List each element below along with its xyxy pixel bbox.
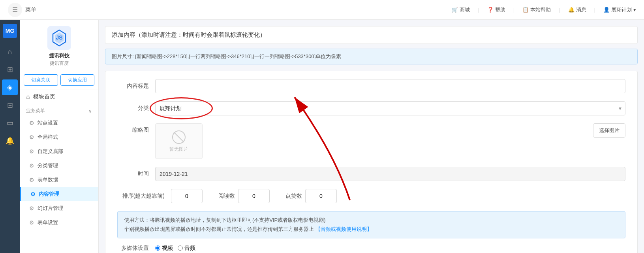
sidebar-item-form-settings[interactable]: ⚙ 表单设置 — [20, 215, 98, 230]
select-image-button[interactable]: 选择图片 — [593, 123, 625, 138]
radio-video[interactable]: 视频 — [155, 245, 173, 252]
help-nav[interactable]: ❓ 帮助 — [487, 6, 505, 13]
site-help-icon: 📋 — [522, 7, 529, 13]
sidebar-item-category[interactable]: ⚙ 分类管理 — [20, 159, 98, 173]
sidebar-site-name: 捷讯百度 — [50, 60, 69, 67]
sidebar: JS 捷讯科技 捷讯百度 切换关联 切换应用 ⌂ 模块首页 业务菜单 ∨ ⚙ 站… — [20, 20, 99, 253]
app-logo: MG — [3, 24, 17, 38]
video-info-line2: 个别视频播放出现黑屏或播放时间不对都属正常情况，还是推荐传到第三方服务器上 【音… — [124, 225, 619, 234]
title-input[interactable] — [155, 79, 625, 93]
sort-label: 排序(越大越靠前) — [117, 193, 165, 200]
category-select-wrapper: 展翔计划 默认分类 ▾ — [155, 101, 625, 115]
form-section: 内容标题 分类 展翔计划 默认分类 ▾ — [105, 71, 638, 253]
sidebar-item-home[interactable]: ⌂ 模块首页 — [20, 89, 98, 104]
nav-right: 🛒 商城 | ❓ 帮助 | 📋 本站帮助 | 🔔 消息 | 👤 展翔计划 ▾ — [452, 6, 636, 13]
radio-audio[interactable]: 音频 — [178, 245, 195, 252]
menu-label: 菜单 — [25, 6, 36, 13]
icon-bar: MG ⌂ ⊞ ◈ ⊟ ▭ 🔔 — [0, 20, 20, 253]
sidebar-btn-row: 切换关联 切换应用 — [20, 71, 98, 89]
sidebar-logo-area: JS 捷讯科技 捷讯百度 — [20, 20, 98, 71]
box-bar-icon[interactable]: ◈ — [2, 79, 18, 95]
switch-link-button[interactable]: 切换关联 — [24, 74, 58, 86]
gear-icon-3: ⚙ — [29, 162, 34, 169]
nav-left: ☰ 菜单 — [8, 3, 36, 17]
category-select[interactable]: 展翔计划 默认分类 — [155, 101, 625, 115]
help-icon: ❓ — [487, 7, 494, 13]
shop-icon: 🛒 — [452, 7, 458, 13]
sidebar-item-custom-footer[interactable]: ⚙ 自定义底部 — [20, 144, 98, 159]
page-header: 添加内容（添加时请注意：时间有时会跟着鼠标滚轮变化） — [105, 26, 638, 44]
media-radio-group: 视频 音频 — [155, 245, 195, 252]
video-link[interactable]: 【音频或视频使用说明】 — [315, 226, 372, 232]
thumbnail-row: 缩略图 暂无图片 选择图片 — [117, 123, 625, 159]
sidebar-item-content-mgmt[interactable]: ⚙ 内容管理 — [20, 187, 98, 201]
sidebar-section-title: 业务菜单 ∨ — [20, 104, 98, 116]
title-label: 内容标题 — [117, 83, 149, 90]
thumbnail-placeholder-text: 暂无图片 — [169, 146, 188, 153]
time-label: 时间 — [117, 170, 149, 177]
bell-bar-icon[interactable]: 🔔 — [2, 133, 18, 149]
info-bar: 图片尺寸: [新闻缩略图->228*150],[一行两列缩略图->346*210… — [105, 49, 638, 64]
svg-line-4 — [174, 132, 184, 142]
content-inner: 添加内容（添加时请注意：时间有时会跟着鼠标滚轮变化） 图片尺寸: [新闻缩略图-… — [105, 26, 638, 253]
content-area: 添加内容（添加时请注意：时间有时会跟着鼠标滚轮变化） 图片尺寸: [新闻缩略图-… — [99, 20, 644, 253]
time-input[interactable] — [155, 167, 625, 181]
chevron-down-icon: ∨ — [88, 108, 92, 114]
home-bar-icon[interactable]: ⌂ — [2, 44, 18, 60]
sort-input[interactable] — [171, 189, 203, 203]
site-help-nav[interactable]: 📋 本站帮助 — [522, 6, 551, 13]
svg-text:JS: JS — [56, 34, 62, 41]
sidebar-item-site-settings[interactable]: ⚙ 站点设置 — [20, 116, 98, 130]
like-input[interactable] — [305, 189, 337, 203]
media-label: 多媒体设置 — [117, 245, 149, 252]
bell-nav-icon: 🔔 — [568, 7, 575, 13]
title-row: 内容标题 — [117, 79, 625, 93]
monitor-bar-icon[interactable]: ▭ — [2, 115, 18, 131]
video-info-line1: 使用方法：将腾讯视频的播放地址，复制到下边框里即可(不支持VIP或者版权电影电视… — [124, 215, 619, 225]
dashboard-bar-icon[interactable]: ⊞ — [2, 62, 18, 77]
team-bar-icon[interactable]: ⊟ — [2, 97, 18, 113]
media-row: 多媒体设置 视频 音频 — [117, 245, 625, 252]
read-label: 阅读数 — [218, 193, 235, 200]
video-info-box: 使用方法：将腾讯视频的播放地址，复制到下边框里即可(不支持VIP或者版权电影电视… — [117, 211, 625, 238]
category-label: 分类 — [117, 105, 149, 112]
sidebar-item-slideshow[interactable]: ⚙ 幻灯片管理 — [20, 201, 98, 215]
gear-icon-4: ⚙ — [29, 177, 34, 183]
top-navigation: ☰ 菜单 🛒 商城 | ❓ 帮助 | 📋 本站帮助 | 🔔 消息 | 👤 展翔计… — [0, 0, 644, 20]
numbers-row: 排序(越大越靠前) 阅读数 点赞数 — [117, 189, 625, 203]
gear-icon-0: ⚙ — [29, 120, 34, 126]
menu-icon-btn[interactable]: ☰ — [8, 3, 22, 17]
like-label: 点赞数 — [285, 193, 302, 200]
shop-nav[interactable]: 🛒 商城 — [452, 6, 470, 13]
gear-icon-1: ⚙ — [29, 134, 34, 140]
sidebar-logo-img: JS — [47, 26, 71, 50]
read-input[interactable] — [238, 189, 270, 203]
main-layout: MG ⌂ ⊞ ◈ ⊟ ▭ 🔔 JS 捷讯科技 捷讯百度 切换关联 切换应用 ⌂ — [0, 20, 644, 253]
sidebar-item-global-style[interactable]: ⚙ 全局样式 — [20, 130, 98, 144]
switch-app-button[interactable]: 切换应用 — [60, 74, 95, 86]
sidebar-company-name: 捷讯科技 — [49, 52, 69, 59]
thumbnail-label: 缩略图 — [117, 123, 149, 134]
thumbnail-preview: 暂无图片 — [155, 123, 203, 159]
time-row: 时间 — [117, 167, 625, 181]
gear-icon-2: ⚙ — [29, 148, 34, 155]
no-image-icon — [172, 130, 186, 144]
gear-icon-5: ⚙ — [30, 191, 36, 197]
user-icon: 👤 — [603, 7, 610, 13]
gear-icon-6: ⚙ — [29, 205, 34, 211]
user-nav[interactable]: 👤 展翔计划 ▾ — [603, 6, 636, 13]
dropdown-arrow-icon: ▾ — [633, 7, 636, 13]
category-row: 分类 展翔计划 默认分类 ▾ — [117, 101, 625, 115]
messages-nav[interactable]: 🔔 消息 — [568, 6, 586, 13]
home-nav-icon: ⌂ — [26, 93, 30, 100]
gear-icon-7: ⚙ — [29, 219, 34, 226]
sidebar-item-form-data[interactable]: ⚙ 表单数据 — [20, 173, 98, 187]
